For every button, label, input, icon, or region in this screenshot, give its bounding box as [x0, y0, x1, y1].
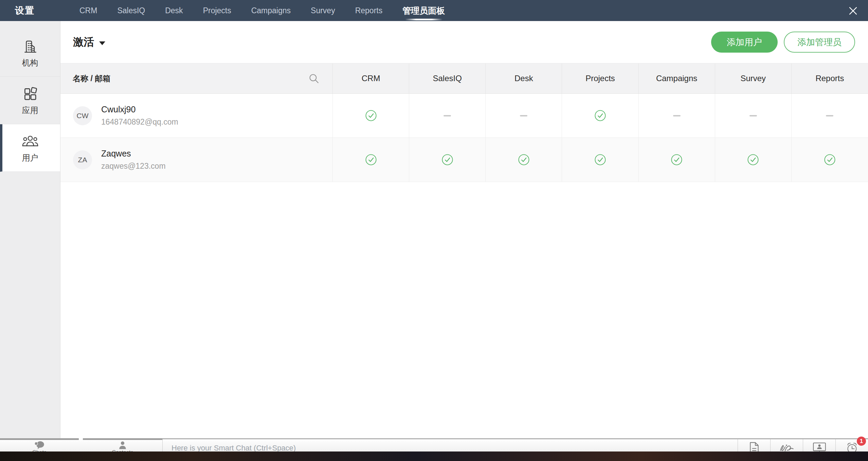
app-access-disabled-cell[interactable] [715, 94, 792, 137]
app-access-enabled-cell[interactable] [639, 138, 715, 182]
topnav-item-CRM[interactable]: CRM [79, 0, 97, 21]
topnav-item-Projects[interactable]: Projects [203, 0, 231, 21]
user-cell: CW Cwulxj90 1648740892@qq.com [60, 94, 333, 137]
contact-person-icon [119, 441, 127, 449]
column-header-Survey: Survey [715, 63, 792, 93]
sidebar-spacer [0, 21, 60, 29]
close-icon [847, 5, 859, 17]
dash-icon [749, 115, 757, 116]
sidebar-item-users[interactable]: 用户 [0, 124, 60, 172]
column-header-Desk: Desk [486, 63, 562, 93]
topnav-item-管理员面板[interactable]: 管理员面板 [402, 0, 445, 21]
app-access-enabled-cell[interactable] [333, 94, 409, 137]
dash-icon [444, 115, 451, 116]
sidebar: 机构 应用 用户 [0, 21, 60, 438]
column-header-SalesIQ: SalesIQ [409, 63, 486, 93]
column-header-Reports: Reports [792, 63, 868, 93]
app-access-disabled-cell[interactable] [409, 94, 486, 137]
status-filter-dropdown[interactable]: 激活 [73, 35, 105, 49]
check-icon [365, 154, 377, 166]
app-access-enabled-cell[interactable] [486, 138, 562, 182]
app-access-enabled-cell[interactable] [562, 94, 638, 137]
status-filter-label: 激活 [73, 35, 94, 49]
app-access-disabled-cell[interactable] [486, 94, 562, 137]
admin-panel-screen: 设置 CRMSalesIQDeskProjectsCampaignsSurvey… [0, 0, 868, 461]
topnav-item-Campaigns[interactable]: Campaigns [251, 0, 291, 21]
column-header-Campaigns: Campaigns [639, 63, 715, 93]
app-access-enabled-cell[interactable] [409, 138, 486, 182]
settings-title: 设置 [15, 4, 35, 17]
dash-icon [826, 115, 833, 116]
building-icon [22, 38, 39, 55]
sidebar-item-organization[interactable]: 机构 [0, 29, 60, 77]
topnav-item-Reports[interactable]: Reports [355, 0, 383, 21]
dash-icon [520, 115, 527, 116]
content-header: 激活 添加用户 添加管理员 [61, 21, 868, 63]
apps-icon [22, 85, 39, 102]
search-icon [308, 73, 320, 84]
header-actions: 添加用户 添加管理员 [711, 32, 855, 53]
sidebar-item-label: 机构 [22, 57, 38, 68]
user-text: Zaqwes zaqwes@123.com [101, 149, 166, 171]
avatar: ZA [73, 150, 92, 169]
users-table: 名称 / 邮箱 CRMSalesIQDeskProjectsCampaignsS… [60, 63, 868, 182]
add-admin-button[interactable]: 添加管理员 [784, 32, 855, 53]
check-icon [824, 154, 836, 166]
app-access-enabled-cell[interactable] [715, 138, 792, 182]
chevron-down-icon [99, 41, 105, 45]
column-header-CRM: CRM [333, 63, 409, 93]
name-email-header-label: 名称 / 邮箱 [73, 73, 110, 84]
search-button[interactable] [308, 72, 320, 85]
notification-badge: 1 [857, 437, 866, 446]
app-access-enabled-cell[interactable] [792, 138, 868, 182]
check-icon [518, 154, 530, 166]
table-row[interactable]: CW Cwulxj90 1648740892@qq.com [60, 94, 868, 138]
topnav-item-Survey[interactable]: Survey [311, 0, 335, 21]
column-header-Projects: Projects [562, 63, 638, 93]
topnav-items: CRMSalesIQDeskProjectsCampaignsSurveyRep… [79, 0, 445, 21]
check-icon [594, 110, 606, 122]
sidebar-item-label: 应用 [22, 105, 38, 116]
user-text: Cwulxj90 1648740892@qq.com [101, 105, 178, 127]
topnav-item-SalesIQ[interactable]: SalesIQ [117, 0, 145, 21]
topnav-item-Desk[interactable]: Desk [165, 0, 183, 21]
check-icon [594, 154, 606, 166]
app-access-disabled-cell[interactable] [639, 94, 715, 137]
user-name: Zaqwes [101, 149, 166, 159]
sidebar-item-apps[interactable]: 应用 [0, 77, 60, 124]
user-name: Cwulxj90 [101, 105, 178, 114]
top-navigation-bar: 设置 CRMSalesIQDeskProjectsCampaignsSurvey… [0, 0, 868, 21]
check-icon [365, 110, 377, 122]
table-row[interactable]: ZA Zaqwes zaqwes@123.com [60, 138, 868, 182]
chat-bubbles-icon [34, 441, 44, 449]
desktop-background-strip [0, 457, 868, 461]
table-header-row: 名称 / 邮箱 CRMSalesIQDeskProjectsCampaignsS… [60, 63, 868, 94]
name-email-column-header: 名称 / 邮箱 [60, 63, 333, 93]
user-email: 1648740892@qq.com [101, 117, 178, 127]
app-access-enabled-cell[interactable] [333, 138, 409, 182]
dash-icon [673, 115, 681, 116]
check-icon [671, 154, 683, 166]
check-icon [441, 154, 453, 166]
close-button[interactable] [847, 5, 859, 17]
app-access-disabled-cell[interactable] [792, 94, 868, 137]
user-cell: ZA Zaqwes zaqwes@123.com [60, 138, 333, 182]
add-user-button[interactable]: 添加用户 [711, 32, 778, 53]
users-icon [22, 133, 39, 150]
avatar: CW [73, 106, 92, 125]
app-access-enabled-cell[interactable] [562, 138, 638, 182]
sidebar-item-label: 用户 [22, 152, 38, 163]
user-email: zaqwes@123.com [101, 162, 166, 171]
check-icon [747, 154, 759, 166]
